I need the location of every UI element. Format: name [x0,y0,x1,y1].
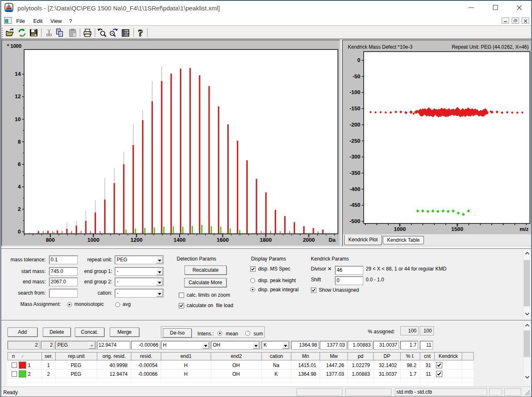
svg-text:?: ? [138,28,143,38]
svg-text:14: 14 [15,71,21,77]
svg-text:2000: 2000 [303,237,315,243]
svg-text:-350: -350 [350,170,360,176]
svg-text:1000: 1000 [394,226,406,232]
svg-text:1400: 1400 [174,237,186,243]
svg-text:1800: 1800 [260,237,272,243]
svg-text:-200: -200 [350,122,360,128]
svg-text:4: 4 [18,184,21,190]
svg-text:800: 800 [46,237,55,243]
svg-text:-450: -450 [350,202,360,208]
svg-text:10: 10 [15,116,21,122]
svg-text:1200: 1200 [131,237,143,243]
svg-text:2: 2 [18,206,21,212]
svg-text:1500: 1500 [451,226,463,232]
svg-text:Da: Da [329,237,336,243]
svg-text:-100: -100 [350,89,360,95]
svg-text:-150: -150 [350,105,360,112]
svg-text:-500: -500 [350,218,360,224]
svg-text:-300: -300 [350,154,360,160]
svg-text:0: 0 [357,57,360,63]
svg-text:m/z: m/z [520,226,529,232]
svg-text:1600: 1600 [217,237,229,243]
svg-text:8: 8 [18,139,21,145]
svg-text:0: 0 [18,228,21,235]
svg-text:-250: -250 [350,138,360,144]
svg-text:1000: 1000 [87,237,99,243]
svg-text:12: 12 [15,93,21,99]
svg-text:-400: -400 [350,186,360,192]
svg-text:nm: nm [125,31,128,33]
svg-text:-50: -50 [352,73,360,79]
svg-text:6: 6 [18,161,21,167]
svg-text:* 1000: * 1000 [7,43,22,49]
